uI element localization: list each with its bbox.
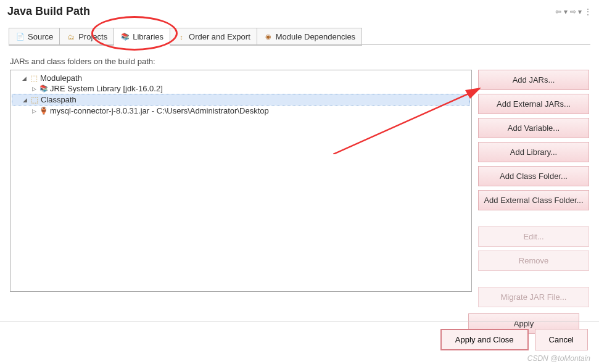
add-external-class-folder-button[interactable]: Add External Class Folder... — [478, 190, 589, 210]
order-icon: ↕ — [176, 33, 186, 41]
collapse-icon[interactable]: ◢ — [21, 97, 28, 103]
build-path-tree[interactable]: ◢ ⬚ Modulepath ▷ 📚 JRE System Library [j… — [10, 70, 472, 292]
projects-icon: 🗂 — [66, 33, 76, 41]
tab-module[interactable]: ◉ Module Dependencies — [257, 28, 362, 46]
tree-label: JRE System Library [jdk-16.0.2] — [50, 84, 163, 93]
expand-icon[interactable]: ▷ — [30, 108, 38, 114]
tab-libraries[interactable]: 📚 Libraries — [114, 28, 170, 46]
tab-libraries-label: Libraries — [133, 32, 163, 41]
add-external-jars-button[interactable]: Add External JARs... — [478, 94, 589, 114]
menu-icon[interactable]: ⋮ — [584, 7, 592, 16]
remove-button: Remove — [478, 250, 589, 271]
back-icon[interactable]: ⇦ ▾ — [555, 7, 567, 16]
tab-projects[interactable]: 🗂 Projects — [59, 28, 114, 46]
tree-node-classpath[interactable]: ◢ ⬚ Classpath — [12, 94, 470, 105]
tree-node-modulepath[interactable]: ◢ ⬚ Modulepath — [12, 73, 470, 83]
dialog-footer: Apply and Close Cancel — [0, 321, 599, 358]
modulepath-icon: ⬚ — [29, 73, 39, 83]
add-jars-button[interactable]: Add JARs... — [478, 70, 589, 90]
add-class-folder-button[interactable]: Add Class Folder... — [478, 166, 589, 186]
apply-and-close-button[interactable]: Apply and Close — [440, 329, 529, 350]
tree-node-jre[interactable]: ▷ 📚 JRE System Library [jdk-16.0.2] — [12, 83, 470, 94]
tab-projects-label: Projects — [78, 32, 107, 41]
source-icon: 📄 — [15, 33, 25, 41]
cancel-button[interactable]: Cancel — [535, 329, 588, 350]
tab-module-label: Module Dependencies — [276, 32, 355, 41]
watermark-text: CSDN @toMontain — [527, 354, 590, 363]
tab-source-label: Source — [28, 32, 53, 41]
tree-label: Modulepath — [40, 73, 82, 83]
tree-label: mysql-connector-j-8.0.31.jar - C:\Users\… — [50, 106, 269, 115]
library-icon: 📚 — [39, 85, 49, 93]
tab-bar: 📄 Source 🗂 Projects 📚 Libraries ↕ Order … — [9, 28, 599, 46]
page-title: Java Build Path — [7, 5, 90, 18]
add-variable-button[interactable]: Add Variable... — [478, 118, 589, 138]
forward-icon[interactable]: ⇨ ▾ — [570, 7, 582, 16]
module-icon: ◉ — [263, 33, 273, 41]
header-nav-icons: ⇦ ▾ ⇨ ▾ ⋮ — [555, 7, 592, 16]
tree-label: Classpath — [41, 95, 76, 104]
tree-node-mysql-jar[interactable]: ▷ 🏺 mysql-connector-j-8.0.31.jar - C:\Us… — [12, 105, 470, 116]
migrate-jar-button: Migrate JAR File... — [478, 287, 589, 307]
tab-source[interactable]: 📄 Source — [9, 28, 60, 46]
add-library-button[interactable]: Add Library... — [478, 142, 589, 162]
description-label: JARs and class folders on the build path… — [10, 57, 589, 66]
tab-order-label: Order and Export — [189, 32, 250, 41]
collapse-icon[interactable]: ◢ — [20, 75, 28, 81]
edit-button: Edit... — [478, 226, 589, 247]
libraries-icon: 📚 — [120, 33, 130, 41]
side-button-column: Add JARs... Add External JARs... Add Var… — [478, 70, 589, 307]
jar-icon: 🏺 — [39, 107, 49, 115]
expand-icon[interactable]: ▷ — [30, 86, 38, 92]
tab-order[interactable]: ↕ Order and Export — [170, 28, 257, 46]
classpath-icon: ⬚ — [30, 95, 39, 104]
